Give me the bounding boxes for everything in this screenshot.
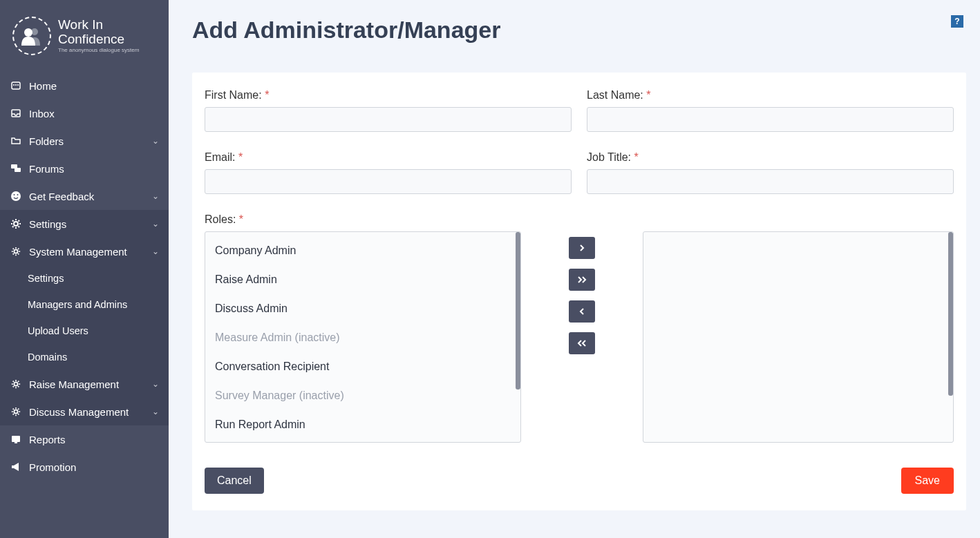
logo-title-line2: Confidence (58, 32, 139, 47)
svg-point-10 (14, 249, 17, 253)
gear-icon (10, 218, 22, 230)
sidebar-item-settings-sub[interactable]: Settings (0, 265, 169, 291)
role-item[interactable]: Conversation Recipient (205, 352, 520, 381)
sidebar-item-folders[interactable]: Folders ⌄ (0, 127, 169, 155)
sidebar-item-label: Settings (28, 273, 159, 284)
sidebar-item-domains[interactable]: Domains (0, 344, 169, 370)
form-card: First Name: * Last Name: * Email: * Job … (192, 73, 966, 510)
move-right-button[interactable] (569, 237, 595, 259)
scrollbar[interactable] (516, 232, 520, 390)
sidebar-item-label: Folders (29, 135, 145, 147)
chevron-down-icon: ⌄ (152, 191, 159, 201)
chevron-down-icon: ⌄ (152, 407, 159, 416)
email-label: Email: * (205, 151, 572, 164)
role-item[interactable]: Discuss Admin (205, 294, 520, 323)
reports-icon (10, 433, 22, 445)
sidebar-item-raise-management[interactable]: Raise Management ⌄ (0, 370, 169, 398)
sidebar-item-upload-users[interactable]: Upload Users (0, 318, 169, 344)
role-item[interactable]: Company Admin (205, 236, 520, 265)
svg-point-11 (14, 382, 17, 385)
sidebar-item-home[interactable]: Home (0, 72, 169, 99)
logo: Work In Confidence The anonymous dialogu… (0, 6, 169, 72)
sidebar-item-label: Managers and Admins (28, 299, 159, 310)
main-content: ? Add Administrator/Manager First Name: … (169, 0, 980, 538)
sidebar-item-label: Upload Users (28, 325, 159, 336)
sidebar-item-label: Settings (29, 218, 145, 230)
svg-point-7 (14, 194, 15, 195)
svg-rect-14 (15, 442, 17, 443)
first-name-label: First Name: * (205, 89, 572, 102)
logo-subtitle: The anonymous dialogue system (58, 48, 139, 54)
roles-available-listbox[interactable]: Company AdminRaise AdminDiscuss AdminMea… (205, 231, 521, 443)
first-name-input[interactable] (205, 107, 572, 132)
sidebar-item-label: Discuss Management (29, 406, 145, 418)
inbox-icon (10, 107, 22, 119)
job-title-input[interactable] (587, 169, 954, 194)
cancel-button[interactable]: Cancel (205, 468, 264, 494)
sidebar-item-label: Reports (29, 434, 159, 445)
sidebar-item-label: Domains (28, 352, 159, 363)
logo-text: Work In Confidence The anonymous dialogu… (58, 18, 139, 55)
scrollbar[interactable] (948, 232, 953, 396)
chevron-down-icon: ⌄ (152, 379, 159, 389)
sidebar-item-label: Promotion (29, 461, 159, 473)
last-name-label: Last Name: * (587, 89, 954, 102)
email-input[interactable] (205, 169, 572, 194)
role-item[interactable]: Run Report Admin (205, 410, 520, 439)
chevron-down-icon: ⌄ (152, 247, 159, 256)
job-title-label: Job Title: * (587, 151, 954, 164)
sidebar-item-label: Forums (29, 163, 159, 175)
sidebar-item-label: Home (29, 80, 159, 92)
move-all-right-button[interactable] (569, 269, 595, 291)
roles-selected-listbox[interactable] (643, 231, 954, 443)
sidebar: Work In Confidence The anonymous dialogu… (0, 0, 169, 538)
logo-icon (12, 17, 51, 55)
move-all-left-button[interactable] (569, 332, 595, 354)
sidebar-item-label: Get Feedback (29, 191, 145, 202)
roles-label: Roles: * (205, 213, 954, 226)
sidebar-item-managers-admins[interactable]: Managers and Admins (0, 291, 169, 318)
smile-icon (10, 190, 22, 202)
sidebar-item-settings[interactable]: Settings ⌄ (0, 210, 169, 238)
forums-icon (10, 162, 22, 175)
save-button[interactable]: Save (901, 468, 954, 494)
svg-rect-13 (12, 436, 20, 442)
svg-rect-5 (15, 168, 21, 172)
gear-icon (10, 245, 22, 258)
svg-point-8 (17, 194, 19, 195)
logo-title-line1: Work In (58, 18, 139, 32)
last-name-input[interactable] (587, 107, 954, 132)
sidebar-item-promotion[interactable]: Promotion (0, 453, 169, 481)
svg-point-1 (24, 28, 32, 37)
chevron-down-icon: ⌄ (152, 219, 159, 229)
page-title: Add Administrator/Manager (192, 17, 966, 44)
gear-icon (10, 378, 22, 390)
svg-point-12 (14, 410, 17, 413)
sidebar-item-label: Raise Management (29, 378, 145, 390)
sidebar-item-forums[interactable]: Forums (0, 155, 169, 182)
chevron-down-icon: ⌄ (152, 136, 159, 146)
sidebar-item-label: System Management (29, 246, 145, 258)
role-item[interactable]: Measure Admin (inactive) (205, 323, 520, 352)
sidebar-item-system-management[interactable]: System Management ⌄ (0, 238, 169, 265)
help-icon[interactable]: ? (951, 15, 963, 28)
megaphone-icon (10, 461, 22, 473)
svg-point-9 (14, 222, 18, 226)
sidebar-item-get-feedback[interactable]: Get Feedback ⌄ (0, 182, 169, 210)
role-item[interactable]: Raise Admin (205, 265, 520, 294)
svg-point-6 (11, 191, 21, 201)
sidebar-item-reports[interactable]: Reports (0, 425, 169, 453)
move-left-button[interactable] (569, 300, 595, 323)
sidebar-item-inbox[interactable]: Inbox (0, 99, 169, 127)
role-item[interactable]: Survey Manager (inactive) (205, 381, 520, 410)
folder-icon (10, 135, 22, 147)
sidebar-item-label: Inbox (29, 108, 159, 119)
sidebar-item-discuss-management[interactable]: Discuss Management ⌄ (0, 398, 169, 425)
gear-icon (10, 405, 22, 418)
home-icon (10, 79, 22, 92)
